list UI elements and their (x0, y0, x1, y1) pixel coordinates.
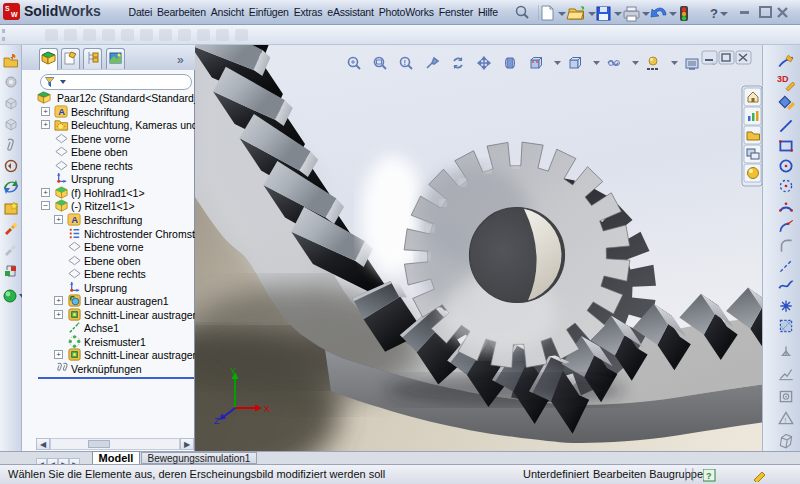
svg-text:!: ! (784, 416, 786, 425)
svg-text:?: ? (706, 471, 712, 481)
svg-text:3D: 3D (777, 74, 789, 84)
svg-text:!: ! (404, 58, 407, 67)
svg-text:S: S (5, 5, 10, 12)
svg-text:X: X (264, 404, 270, 414)
svg-text:?: ? (710, 6, 718, 21)
svg-text:Z: Z (214, 416, 220, 426)
svg-text:Y: Y (230, 366, 236, 376)
svg-text:A: A (58, 107, 65, 117)
svg-text:W: W (11, 11, 18, 18)
svg-text:A: A (71, 215, 78, 225)
